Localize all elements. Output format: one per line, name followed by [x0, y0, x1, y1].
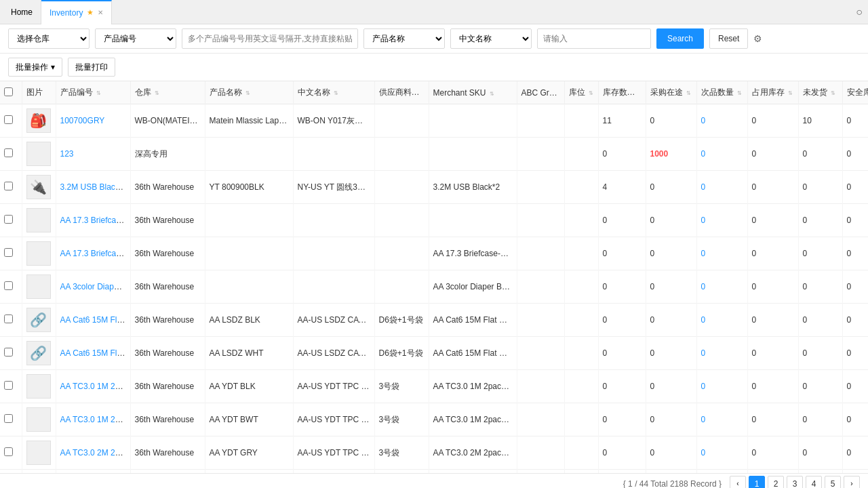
- tab-home[interactable]: Home: [3, 0, 41, 24]
- row-checkbox-cell[interactable]: [0, 436, 22, 470]
- cn-name-input[interactable]: [537, 28, 651, 49]
- secondary-link[interactable]: 0: [701, 415, 706, 424]
- row-checkbox[interactable]: [4, 281, 13, 290]
- sort-icon[interactable]: ⇅: [155, 90, 159, 96]
- row-secondary[interactable]: 0: [696, 104, 747, 138]
- sort-icon[interactable]: ⇅: [423, 90, 428, 96]
- select-all-checkbox[interactable]: [4, 87, 13, 96]
- row-checkbox-cell[interactable]: [0, 270, 22, 304]
- header-stock[interactable]: 库存数量 ⇅: [598, 81, 646, 104]
- row-sku[interactable]: AA 3color Diaper Bag PNK LZX1107C: [56, 270, 130, 304]
- page-2-button[interactable]: 2: [768, 476, 784, 489]
- header-checkbox[interactable]: [0, 81, 22, 104]
- sku-link[interactable]: AA Cat6 15M Flat BLK LSDZ 2005A: [60, 315, 131, 325]
- filter-icon[interactable]: ⚙: [753, 33, 762, 44]
- sku-link[interactable]: 100700GRY: [60, 116, 105, 125]
- row-sku[interactable]: 100700GRY: [56, 104, 130, 138]
- header-unshipped[interactable]: 未发货 ⇅: [798, 81, 842, 104]
- row-checkbox[interactable]: [4, 447, 13, 456]
- sku-link[interactable]: AA Cat6 15M Flat WHT LSDZ 2004A: [60, 348, 131, 358]
- row-checkbox[interactable]: [4, 381, 13, 390]
- secondary-link[interactable]: 0: [701, 149, 706, 159]
- reset-button[interactable]: Reset: [709, 28, 748, 49]
- sort-icon[interactable]: ⇅: [639, 90, 644, 96]
- row-sku[interactable]: AA TC3.0 2M 2pack Nylon GRY YDT 2...: [56, 436, 130, 470]
- row-sku[interactable]: AA Cat6 15M Flat WHT LSDZ 2004A: [56, 337, 130, 370]
- row-secondary[interactable]: 0: [696, 204, 747, 237]
- secondary-link[interactable]: 0: [701, 249, 706, 258]
- row-sku[interactable]: AA TC3.0 1M 2pack Nylon BLK YDT 2...: [56, 370, 130, 403]
- header-wh[interactable]: 仓库 ⇅: [130, 81, 205, 104]
- sku-select[interactable]: 产品编号: [95, 28, 176, 49]
- secondary-link[interactable]: 0: [701, 182, 706, 192]
- header-name[interactable]: 产品名称 ⇅: [205, 81, 293, 104]
- header-secondary[interactable]: 次品数量 ⇅: [696, 81, 747, 104]
- sort-icon[interactable]: ⇅: [788, 90, 793, 96]
- row-checkbox[interactable]: [4, 115, 13, 124]
- page-4-button[interactable]: 4: [806, 476, 822, 489]
- sort-icon[interactable]: ⇅: [589, 90, 593, 96]
- row-secondary[interactable]: 0: [696, 270, 747, 304]
- sort-icon[interactable]: ⇅: [686, 90, 691, 96]
- page-1-button[interactable]: 1: [749, 476, 765, 489]
- prev-page-button[interactable]: ‹: [730, 476, 746, 489]
- secondary-link[interactable]: 0: [701, 116, 706, 125]
- row-checkbox[interactable]: [4, 148, 13, 157]
- sort-icon[interactable]: ⇅: [831, 90, 835, 96]
- row-checkbox-cell[interactable]: [0, 171, 22, 204]
- sku-link[interactable]: AA TC3.0 1M 2pack Nylon BWT YDT ...: [60, 415, 131, 424]
- header-msku[interactable]: Merchant SKU ⇅: [429, 81, 517, 104]
- batch-action-button[interactable]: 批量操作 ▾: [8, 58, 62, 77]
- sku-link[interactable]: AA TC3.0 2M 2pack Nylon GRY YDT 2...: [60, 448, 131, 458]
- row-checkbox-cell[interactable]: [0, 403, 22, 436]
- header-safe[interactable]: 安全库存 ⇅: [842, 81, 868, 104]
- header-sku[interactable]: 产品编号 ⇅: [56, 81, 130, 104]
- sort-icon[interactable]: ⇅: [245, 90, 250, 96]
- sku-link[interactable]: AA 3color Diaper Bag PNK LZX1107C: [60, 282, 131, 291]
- window-close-icon[interactable]: ○: [856, 6, 863, 18]
- batch-print-button[interactable]: 批量打印: [68, 58, 115, 77]
- sort-icon[interactable]: ⇅: [490, 91, 494, 97]
- row-secondary[interactable]: 0: [696, 370, 747, 403]
- row-secondary[interactable]: 0: [696, 304, 747, 337]
- tab-inventory[interactable]: Inventory ★ ✕: [41, 0, 112, 24]
- secondary-link[interactable]: 0: [701, 282, 706, 291]
- row-sku[interactable]: AA Cat6 15M Flat BLK LSDZ 2005A: [56, 304, 130, 337]
- product-name-select[interactable]: 产品名称: [363, 28, 445, 49]
- row-checkbox-cell[interactable]: [0, 337, 22, 370]
- row-checkbox-cell[interactable]: [0, 104, 22, 138]
- sku-link[interactable]: AA 17.3 Briefcase-6601 BLK LQX 10...: [60, 249, 131, 258]
- next-page-button[interactable]: ›: [844, 476, 860, 489]
- row-checkbox[interactable]: [4, 314, 13, 323]
- search-button[interactable]: Search: [656, 28, 704, 49]
- star-icon[interactable]: ★: [87, 8, 94, 17]
- secondary-link[interactable]: 0: [701, 216, 706, 225]
- row-checkbox[interactable]: [4, 414, 13, 423]
- header-occupied[interactable]: 占用库存 ⇅: [747, 81, 798, 104]
- header-cname[interactable]: 中文名称 ⇅: [293, 81, 374, 104]
- row-checkbox-cell[interactable]: [0, 237, 22, 270]
- row-sku[interactable]: AA 17.3 Briefcase-6601 BLK LQX 10...: [56, 237, 130, 270]
- sku-link[interactable]: 123: [60, 149, 74, 159]
- row-secondary[interactable]: 0: [696, 436, 747, 470]
- row-sku[interactable]: 3.2M USB Black*2: [56, 171, 130, 204]
- row-checkbox[interactable]: [4, 348, 13, 357]
- row-checkbox-cell[interactable]: [0, 138, 22, 171]
- row-sku[interactable]: AA TC3.0 1M 2pack Nylon BWT YDT ...: [56, 403, 130, 436]
- warehouse-select[interactable]: 选择仓库: [8, 28, 90, 49]
- header-po[interactable]: 采购在途 ⇅: [646, 81, 696, 104]
- header-loc[interactable]: 库位 ⇅: [564, 81, 598, 104]
- row-checkbox-cell[interactable]: [0, 370, 22, 403]
- row-sku[interactable]: AA 17.3 Briefcase-6601 BLK LQX 10...: [56, 204, 130, 237]
- secondary-link[interactable]: 0: [701, 315, 706, 325]
- row-secondary[interactable]: 0: [696, 237, 747, 270]
- row-secondary[interactable]: 0: [696, 171, 747, 204]
- page-3-button[interactable]: 3: [787, 476, 803, 489]
- close-icon[interactable]: ✕: [98, 9, 103, 16]
- sku-link[interactable]: AA TC3.0 1M 2pack Nylon BLK YDT 2...: [60, 382, 131, 391]
- sort-icon[interactable]: ⇅: [334, 90, 338, 96]
- header-abc[interactable]: ABC Grade ⇅: [517, 81, 564, 104]
- row-secondary[interactable]: 0: [696, 337, 747, 370]
- row-checkbox-cell[interactable]: [0, 204, 22, 237]
- secondary-link[interactable]: 0: [701, 448, 706, 458]
